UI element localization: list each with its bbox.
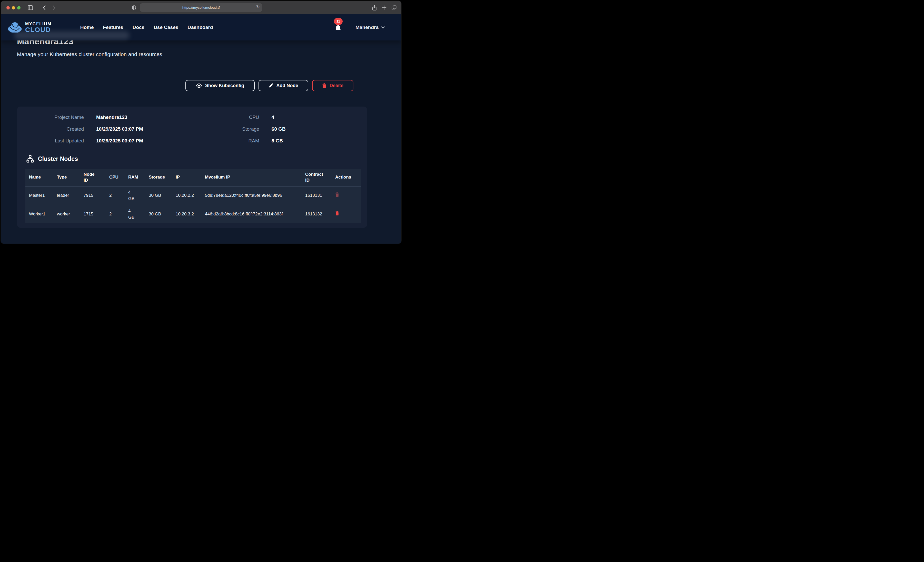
cell-storage: 30 GB: [145, 186, 172, 205]
browser-toolbar: https://myceliumcloud.tf ↻: [1, 1, 401, 14]
privacy-shield-icon[interactable]: [130, 4, 137, 11]
notifications-button[interactable]: 11: [334, 25, 342, 34]
cell-type: worker: [53, 205, 80, 223]
page-content: MYCELIUM CLOUD Home Features Docs Use Ca…: [1, 14, 401, 244]
minimize-window-button[interactable]: [12, 6, 15, 9]
cell-type: leader: [53, 186, 80, 205]
detail-label: RAM: [213, 138, 259, 144]
nav-item-docs[interactable]: Docs: [133, 25, 144, 30]
mycelium-cloud-logo-icon: [8, 21, 22, 34]
brand-logo[interactable]: MYCELIUM CLOUD: [8, 21, 51, 34]
trash-icon: [335, 192, 339, 197]
user-menu[interactable]: Mahendra: [356, 25, 385, 30]
share-icon[interactable]: [371, 4, 378, 11]
delete-node-button[interactable]: [335, 211, 339, 215]
page-subtitle: Manage your Kubernetes cluster configura…: [17, 51, 401, 57]
cell-ip: 10.20.2.2: [172, 186, 201, 205]
detail-value-last-updated: 10/29/2025 03:07 PM: [96, 138, 143, 144]
cell-node-id: 1715: [80, 205, 106, 223]
col-ram: RAM: [124, 169, 145, 186]
cell-cpu: 2: [106, 205, 124, 223]
cluster-nodes-icon: [26, 155, 34, 163]
nav-item-use-cases[interactable]: Use Cases: [154, 25, 178, 30]
cell-mycelium-ip: 5d8:78ea:a120:f40c:ff0f:a5fe:99e6:8b96: [201, 186, 302, 205]
nav-item-features[interactable]: Features: [103, 25, 123, 30]
detail-value-project-name: Mahendra123: [96, 115, 127, 120]
address-bar[interactable]: https://myceliumcloud.tf ↻: [140, 3, 262, 12]
close-window-button[interactable]: [6, 6, 10, 9]
detail-value-storage: 60 GB: [272, 126, 286, 132]
col-cpu: CPU: [106, 169, 124, 186]
trash-icon: [322, 83, 327, 88]
tab-overview-icon[interactable]: [391, 4, 397, 11]
back-button[interactable]: [41, 4, 48, 11]
nav-item-dashboard[interactable]: Dashboard: [188, 25, 213, 30]
chevron-down-icon: [381, 26, 385, 29]
brand-name-top: MYCELIUM: [25, 22, 51, 26]
col-node-id: Node ID: [80, 169, 106, 186]
cluster-actions: Show Kubeconfig Add Node Delete: [1, 80, 353, 91]
nav-links: Home Features Docs Use Cases Dashboard: [80, 25, 213, 30]
col-contract-id: Contract ID: [302, 169, 332, 186]
cell-ip: 10.20.3.2: [172, 205, 201, 223]
delete-cluster-button[interactable]: Delete: [312, 80, 353, 91]
col-storage: Storage: [145, 169, 172, 186]
notification-count-badge: 11: [334, 18, 343, 25]
col-name: Name: [26, 169, 53, 186]
trash-icon: [335, 211, 339, 215]
cluster-details-card: Project Name Mahendra123 Created 10/29/2…: [17, 106, 367, 228]
table-header-row: Name Type Node ID CPU RAM Storage IP Myc…: [26, 169, 361, 186]
nav-item-home[interactable]: Home: [80, 25, 94, 30]
page-title: Mahendra123: [17, 40, 176, 46]
cell-name: Worker1: [26, 205, 53, 223]
zoom-window-button[interactable]: [17, 6, 21, 9]
cell-actions: [332, 186, 361, 205]
reload-icon[interactable]: ↻: [256, 4, 260, 10]
col-ip: IP: [172, 169, 201, 186]
detail-label: Created: [17, 126, 84, 132]
pencil-icon: [269, 83, 273, 88]
eye-icon: [196, 84, 202, 88]
show-kubeconfig-button[interactable]: Show Kubeconfig: [185, 80, 255, 91]
user-name: Mahendra: [356, 25, 378, 30]
cell-name: Master1: [26, 186, 53, 205]
new-tab-icon[interactable]: [381, 4, 387, 11]
bell-icon: [334, 25, 342, 33]
cell-ram: 4 GB: [124, 205, 145, 223]
hero-section: Mahendra123 Manage your Kubernetes clust…: [1, 40, 401, 57]
detail-label: Project Name: [17, 115, 84, 120]
cell-actions: [332, 205, 361, 223]
cell-mycelium-ip: 446:d2a6:8bcd:8c16:ff0f:72e2:3114:863f: [201, 205, 302, 223]
cluster-details: Project Name Mahendra123 Created 10/29/2…: [17, 115, 367, 144]
delete-node-button[interactable]: [335, 192, 339, 197]
add-node-button[interactable]: Add Node: [258, 80, 308, 91]
sidebar-toggle-icon[interactable]: [27, 4, 34, 11]
cell-contract-id: 1613132: [302, 205, 332, 223]
detail-value-ram: 8 GB: [272, 138, 283, 144]
cluster-nodes-table: Name Type Node ID CPU RAM Storage IP Myc…: [26, 169, 361, 223]
table-row: Worker1 worker 1715 2 4 GB 30 GB 10.20.3…: [26, 205, 361, 223]
cluster-nodes-heading: Cluster Nodes: [17, 155, 367, 163]
cell-cpu: 2: [106, 186, 124, 205]
cell-node-id: 7915: [80, 186, 106, 205]
col-mycelium-ip: Mycelium IP: [201, 169, 302, 186]
col-actions: Actions: [332, 169, 361, 186]
cell-contract-id: 1613131: [302, 186, 332, 205]
forward-button[interactable]: [51, 4, 57, 11]
detail-label: CPU: [213, 115, 259, 120]
detail-label: Last Updated: [17, 138, 84, 144]
detail-label: Storage: [213, 126, 259, 132]
brand-name-bottom: CLOUD: [25, 26, 51, 33]
url-text: https://myceliumcloud.tf: [182, 6, 220, 9]
browser-window: https://myceliumcloud.tf ↻: [1, 1, 401, 244]
col-type: Type: [53, 169, 80, 186]
cell-ram: 4 GB: [124, 186, 145, 205]
detail-value-cpu: 4: [272, 115, 274, 120]
table-row: Master1 leader 7915 2 4 GB 30 GB 10.20.2…: [26, 186, 361, 205]
detail-value-created: 10/29/2025 03:07 PM: [96, 126, 143, 132]
cell-storage: 30 GB: [145, 205, 172, 223]
site-navbar: MYCELIUM CLOUD Home Features Docs Use Ca…: [1, 14, 401, 40]
